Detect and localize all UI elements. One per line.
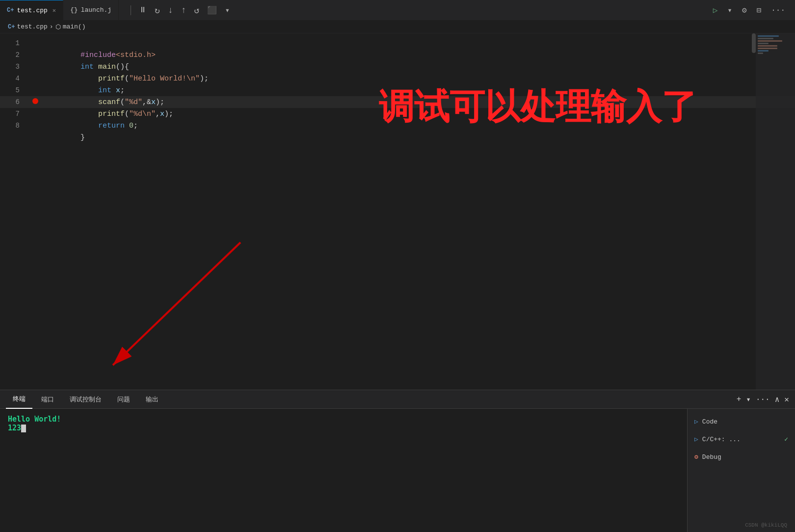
line-number-8: 8 [0, 120, 29, 132]
right-panel-code-label: Code [702, 418, 717, 426]
code-container: 1 #include<stdio.h> 2 int main(){ 3 prin… [0, 33, 795, 390]
panel-tab-terminal-label: 终端 [13, 395, 26, 403]
terminal-output-hello: Hello World! [8, 415, 61, 424]
run-dropdown-icon[interactable]: ▾ [725, 4, 734, 16]
tab-launch-json[interactable]: {} launch.j [63, 0, 119, 21]
pause-button[interactable]: ⏸ [137, 4, 149, 16]
tab-cpp-icon: C+ [7, 7, 14, 14]
minimap-line-4 [758, 43, 768, 44]
editor-scrollbar[interactable] [752, 33, 756, 390]
panel-maximize-icon[interactable]: ∧ [775, 395, 780, 404]
panel-tab-ports-label: 端口 [41, 395, 54, 404]
stop-button[interactable]: ⬛ [205, 4, 219, 16]
panel-add-icon[interactable]: + [737, 395, 742, 404]
panel-tab-output[interactable]: 输出 [139, 390, 165, 409]
right-panel-cpp-label: C/C++: ... [702, 436, 741, 443]
panel-tab-output-label: 输出 [146, 395, 159, 404]
minimap-line-6 [758, 48, 777, 49]
minimap-line-8 [758, 53, 763, 54]
line-number-5: 5 [0, 84, 29, 96]
terminal-content: Hello World! 123 ▷ Code ▷ C/C++: ... ✓ ⚙… [0, 409, 795, 532]
code-line-3: 3 printf("Hello World!\n"); [0, 61, 795, 73]
right-panel-code-item[interactable]: ▷ Code [688, 413, 795, 430]
line-number-3: 3 [0, 61, 29, 73]
code-content-8[interactable]: } [41, 120, 85, 156]
minimap [756, 33, 795, 390]
right-panel-debug-item[interactable]: ⚙ Debug [688, 448, 795, 466]
panel-tab-ports[interactable]: 端口 [34, 390, 61, 409]
debug-toolbar: ⏸ ↻ ↓ ↑ ↺ ⬛ ▾ [129, 4, 232, 17]
editor-area: 1 #include<stdio.h> 2 int main(){ 3 prin… [0, 33, 795, 390]
minimap-line-2 [758, 38, 773, 39]
breakpoint-area-6[interactable] [29, 98, 41, 104]
panel-tab-debug-label: 调试控制台 [70, 395, 102, 404]
restart-button[interactable]: ↺ [192, 4, 202, 17]
breadcrumb-symbol-icon: ⬡ [55, 23, 61, 31]
terminal-line-1: Hello World! [8, 415, 679, 424]
code-line-4: 4 int x; [0, 73, 795, 84]
code-line-5: 5 scanf("%d",&x); [0, 84, 795, 96]
tab-test-cpp[interactable]: C+ test.cpp ✕ [0, 0, 63, 21]
terminal-right-panel: ▷ Code ▷ C/C++: ... ✓ ⚙ Debug [687, 409, 795, 532]
layout-icon[interactable]: ⊟ [755, 4, 764, 16]
more-actions-icon[interactable]: ··· [769, 5, 787, 16]
step-over-button[interactable]: ↻ [153, 4, 162, 17]
top-right-actions: ▷ ▾ ⚙ ⊟ ··· [711, 4, 795, 16]
minimap-line-3 [758, 40, 782, 42]
tab-close-button[interactable]: ✕ [53, 7, 56, 14]
minimap-line-1 [758, 35, 779, 37]
panel-tab-problems-label: 问题 [117, 395, 130, 404]
panel-add-dropdown-icon[interactable]: ▾ [746, 395, 751, 404]
terminal-main[interactable]: Hello World! 123 [0, 409, 687, 532]
line-number-7: 7 [0, 108, 29, 120]
panel-more-icon[interactable]: ··· [756, 395, 770, 404]
right-panel-cpp-item[interactable]: ▷ C/C++: ... ✓ [688, 430, 795, 448]
line-number-1: 1 [0, 37, 29, 49]
line-number-6: 6 [0, 96, 29, 108]
panel-tab-terminal[interactable]: 终端 [6, 390, 32, 409]
breakpoint-indicator-6[interactable] [32, 98, 38, 104]
terminal-output-123: 123 [8, 424, 21, 432]
code-line-7: 7 return 0; [0, 108, 795, 120]
terminal-cursor [21, 425, 26, 432]
breadcrumb-cpp-icon: C+ [8, 24, 15, 30]
settings-gear-icon[interactable]: ⚙ [740, 4, 749, 16]
code-line-2: 2 int main(){ [0, 49, 795, 61]
step-out-button[interactable]: ↑ [179, 4, 188, 16]
tab-json-icon: {} [70, 6, 78, 14]
panel-tab-bar: 终端 端口 调试控制台 问题 输出 + ▾ ··· ∧ ✕ [0, 390, 795, 409]
run-debug-icon[interactable]: ▷ [711, 4, 720, 16]
terminal-line-2: 123 [8, 424, 679, 432]
line-number-4: 4 [0, 73, 29, 84]
code-line-8: 8 } [0, 120, 795, 132]
panel-close-icon[interactable]: ✕ [784, 395, 789, 404]
code-line-6: 6 printf("%d\n",x); [0, 96, 795, 108]
scrollbar-thumb[interactable] [752, 33, 756, 53]
right-panel-debug-icon: ⚙ [694, 453, 698, 461]
panel-tab-problems[interactable]: 问题 [110, 390, 137, 409]
bottom-panel: 终端 端口 调试控制台 问题 输出 + ▾ ··· ∧ ✕ Hello Worl… [0, 390, 795, 532]
breadcrumb: C+ test.cpp › ⬡ main() [0, 21, 795, 33]
right-panel-code-icon: ▷ [694, 418, 698, 426]
right-panel-cpp-icon: ▷ [694, 435, 698, 443]
step-into-button[interactable]: ↓ [166, 4, 175, 16]
minimap-content [756, 33, 795, 57]
code-line-1: 1 #include<stdio.h> [0, 37, 795, 49]
csdn-watermark: CSDN @kikiLQQ [745, 522, 787, 528]
breadcrumb-file[interactable]: test.cpp [17, 23, 47, 30]
closing-brace: } [80, 133, 85, 142]
right-panel-debug-label: Debug [702, 453, 721, 461]
breadcrumb-separator: › [50, 23, 53, 30]
dropdown-button[interactable]: ▾ [223, 4, 232, 16]
panel-tab-debug-console[interactable]: 调试控制台 [63, 390, 108, 409]
minimap-line-5 [758, 45, 777, 47]
toolbar-separator-1 [131, 5, 131, 15]
breadcrumb-symbol[interactable]: main() [63, 23, 86, 30]
tab-launch-label: launch.j [81, 6, 111, 14]
panel-right-icons: + ▾ ··· ∧ ✕ [737, 395, 789, 404]
minimap-line-7 [758, 50, 768, 52]
tab-test-cpp-label: test.cpp [17, 7, 47, 14]
cpp-checkmark-icon: ✓ [784, 435, 788, 443]
line-number-2: 2 [0, 49, 29, 61]
tab-bar: C+ test.cpp ✕ {} launch.j ⏸ ↻ ↓ ↑ ↺ ⬛ ▾ … [0, 0, 795, 21]
